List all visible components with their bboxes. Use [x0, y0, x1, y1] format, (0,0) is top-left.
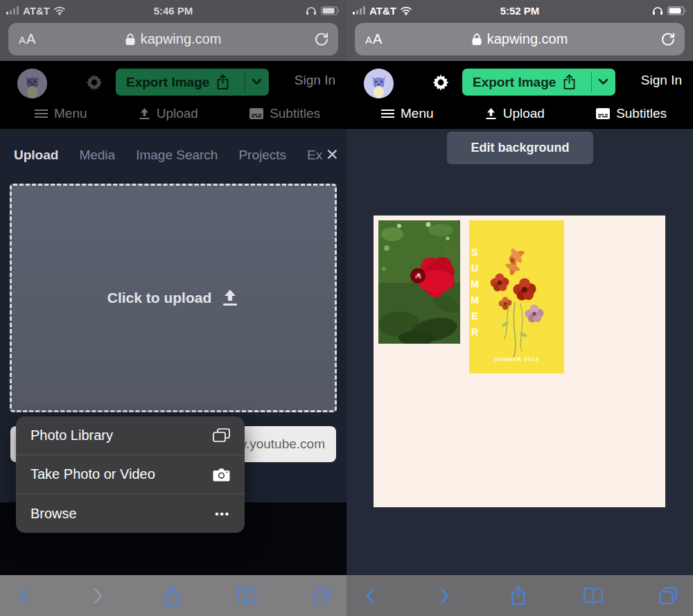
export-image-button[interactable]: Export Image	[462, 69, 615, 96]
export-image-label: Export Image	[462, 75, 556, 90]
camera-icon	[213, 468, 230, 482]
export-image-label: Export Image	[116, 75, 209, 90]
dual-screenshot: AT&T 5:46 PM AA kapwing.com	[0, 0, 693, 616]
app-nav-row: Menu Upload Subtitles	[0, 98, 346, 129]
headphones-icon	[652, 6, 663, 15]
battery-icon	[667, 6, 687, 15]
status-bar: AT&T 5:52 PM	[346, 0, 693, 21]
back-button[interactable]	[362, 586, 380, 606]
tabs-button[interactable]	[313, 587, 331, 605]
nav-menu[interactable]: Menu	[381, 106, 434, 121]
ellipsis-icon: •••	[215, 508, 230, 520]
url-input-text: w.youtube.com	[237, 437, 325, 452]
safari-toolbar	[0, 575, 346, 616]
battery-icon	[321, 6, 340, 15]
carrier-label: AT&T	[369, 5, 396, 17]
upload-icon	[221, 289, 239, 307]
export-dropdown-caret[interactable]	[250, 75, 263, 88]
bookmarks-button[interactable]	[583, 587, 604, 605]
poster-caption: SUMMER 2019	[469, 357, 564, 362]
sign-in-link[interactable]: Sign In	[641, 73, 682, 88]
reader-options-button[interactable]: AA	[19, 31, 36, 47]
kapwing-header: Export Image Sign In Menu Upload Subtitl…	[0, 61, 346, 129]
tab-truncated[interactable]: Ex	[307, 148, 322, 163]
photo-library-icon	[213, 428, 230, 443]
signal-strength-icon	[353, 6, 366, 15]
phone-right: AT&T 5:52 PM AA kapwing.com	[346, 0, 693, 616]
click-to-upload-dropzone[interactable]: Click to upload	[10, 184, 337, 412]
phone-left: AT&T 5:46 PM AA kapwing.com	[0, 0, 346, 616]
safari-chrome: AT&T 5:52 PM AA kapwing.com	[346, 0, 693, 61]
nav-upload[interactable]: Upload	[485, 106, 545, 121]
ios-action-sheet: Photo Library Take Photo or Video Browse…	[16, 416, 245, 533]
poster-vertical-title: SUMMER	[469, 236, 564, 353]
reload-button[interactable]	[314, 32, 329, 47]
tab-media[interactable]: Media	[79, 148, 115, 163]
share-icon	[216, 74, 230, 90]
avatar[interactable]	[17, 69, 47, 98]
design-canvas[interactable]: SUMMER SUMMER 2019	[374, 215, 665, 507]
export-dropdown-caret[interactable]	[597, 75, 610, 88]
nav-subtitles[interactable]: Subtitles	[596, 106, 667, 121]
back-button[interactable]	[15, 586, 33, 606]
close-icon[interactable]: ✕	[326, 146, 339, 164]
action-take-photo[interactable]: Take Photo or Video	[16, 455, 245, 494]
export-image-button[interactable]: Export Image	[116, 69, 269, 96]
avatar[interactable]	[364, 69, 394, 98]
page-content: Upload Media Image Search Projects Ex ✕ …	[0, 129, 346, 575]
nav-menu[interactable]: Menu	[35, 106, 87, 121]
safari-toolbar	[346, 575, 693, 616]
forward-button	[89, 586, 107, 606]
kapwing-header: Export Image Sign In Menu Upload Subtitl…	[346, 61, 693, 129]
settings-gear-icon[interactable]	[85, 73, 103, 91]
nav-subtitles[interactable]: Subtitles	[249, 106, 320, 121]
summer-poster-layer[interactable]: SUMMER SUMMER 2019	[469, 220, 564, 373]
tab-image-search[interactable]: Image Search	[136, 148, 218, 163]
forward-button[interactable]	[435, 586, 453, 606]
upload-arrow-icon	[485, 108, 497, 120]
tabs-button[interactable]	[659, 587, 678, 605]
headphones-icon	[306, 6, 317, 15]
modal-tabs: Upload Media Image Search Projects Ex	[14, 148, 346, 163]
url-domain: kapwing.com	[487, 31, 568, 47]
subtitles-icon	[249, 108, 263, 119]
subtitles-icon	[596, 108, 610, 119]
share-button[interactable]	[163, 586, 181, 606]
status-bar: AT&T 5:46 PM	[0, 0, 346, 21]
settings-gear-icon[interactable]	[432, 73, 450, 91]
url-domain: kapwing.com	[141, 31, 222, 47]
signal-strength-icon	[6, 6, 19, 15]
wifi-icon	[53, 6, 66, 15]
address-bar[interactable]: AA kapwing.com	[8, 23, 338, 55]
hibiscus-photo-layer[interactable]	[378, 220, 460, 344]
sign-in-link[interactable]: Sign In	[295, 73, 335, 88]
nav-upload[interactable]: Upload	[139, 106, 198, 121]
lock-icon	[472, 33, 482, 46]
lock-icon	[125, 33, 135, 46]
bookmarks-button[interactable]	[236, 587, 257, 605]
carrier-label: AT&T	[23, 5, 50, 17]
tab-projects[interactable]: Projects	[238, 148, 286, 163]
tab-upload[interactable]: Upload	[14, 148, 58, 163]
hamburger-icon	[35, 109, 48, 118]
safari-chrome: AT&T 5:46 PM AA kapwing.com	[0, 0, 346, 61]
share-button[interactable]	[509, 586, 527, 606]
reload-button[interactable]	[660, 32, 676, 47]
app-nav-row: Menu Upload Subtitles	[346, 98, 693, 129]
edit-background-button[interactable]: Edit background	[447, 132, 593, 164]
address-bar[interactable]: AA kapwing.com	[355, 23, 685, 55]
action-browse[interactable]: Browse •••	[16, 494, 245, 533]
dropzone-label: Click to upload	[107, 290, 212, 306]
hamburger-icon	[381, 109, 394, 118]
wifi-icon	[400, 6, 412, 15]
reader-options-button[interactable]: AA	[365, 31, 383, 47]
action-photo-library[interactable]: Photo Library	[16, 416, 245, 455]
share-icon	[562, 74, 577, 90]
upload-arrow-icon	[139, 108, 150, 120]
editor-workspace: Edit background	[346, 129, 693, 575]
